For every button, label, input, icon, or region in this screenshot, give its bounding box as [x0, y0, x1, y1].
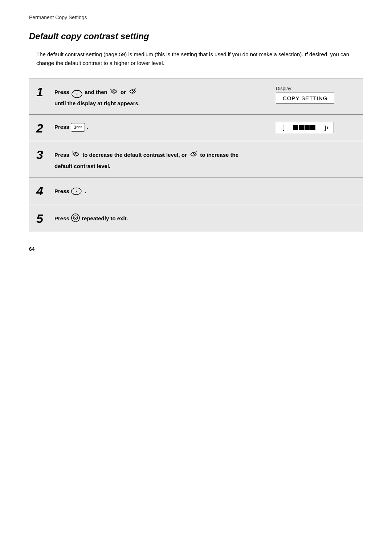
svg-point-10 [72, 214, 79, 222]
step-4: 4 Press ENTER . [29, 177, 363, 205]
svg-text:Z: Z [110, 87, 112, 90]
step4-period: . [85, 188, 86, 194]
contrast-right-bracket: ]+ [324, 125, 329, 131]
step-5: 5 Press repeatedly to exit. [29, 205, 363, 232]
intro-text: The default contrast setting (page 59) i… [36, 50, 363, 68]
step-number-1: 1 [36, 85, 54, 98]
step-1-display: Display: COPY SETTING [276, 85, 356, 104]
step-3-content: Press Z to decrease the default contrast… [54, 148, 356, 171]
step-1-content: Press MENU and then Z [54, 85, 276, 108]
step3-increase-label: to increase the [200, 152, 238, 158]
step1-press-label: Press [54, 89, 71, 95]
svg-text:ENTER: ENTER [73, 193, 79, 195]
contrast-bars [293, 125, 315, 130]
enter-button-icon: ENTER [71, 185, 83, 198]
step-3: 3 Press Z to decrease the default contra… [29, 141, 363, 177]
page-number: 64 [29, 246, 363, 252]
clear-stop-icon [71, 213, 80, 225]
svg-text:A: A [134, 87, 136, 90]
step1-then-label: and then [85, 89, 109, 95]
step3-press-label: Press [54, 152, 71, 158]
step-4-content: Press ENTER . [54, 184, 356, 198]
page-title: Default copy contrast setting [29, 31, 363, 41]
svg-text:MENU: MENU [74, 89, 80, 91]
contrast-bar-display: -[ ]+ [276, 122, 334, 133]
z-left-arrow-icon-2: Z [71, 149, 81, 162]
svg-point-1 [77, 93, 78, 94]
svg-point-8 [76, 191, 77, 192]
contrast-left-bracket: -[ [281, 125, 284, 131]
menu-button-icon: MENU [71, 88, 83, 98]
step-2-display: -[ ]+ [276, 121, 356, 133]
step-2: 2 Press 3DEF . -[ ]+ [29, 115, 363, 141]
step5-press-label: Press [54, 215, 71, 221]
display-label: Display: [276, 86, 293, 91]
step-1: 1 Press MENU and then [29, 78, 363, 115]
svg-text:A: A [195, 150, 197, 153]
step-number-3: 3 [36, 148, 54, 161]
step5-suffix: repeatedly to exit. [82, 215, 128, 221]
step-number-5: 5 [36, 212, 54, 225]
step4-press-label: Press [54, 188, 71, 194]
step2-press-label: Press [54, 124, 71, 130]
step1-or-label: or [121, 89, 127, 95]
breadcrumb: Permanent Copy Settings [29, 15, 363, 20]
steps-container: 1 Press MENU and then [29, 78, 363, 232]
a-right-arrow-icon: A [127, 86, 138, 99]
step-number-2: 2 [36, 121, 54, 134]
step3-decrease-label: to decrease the default contrast level, … [82, 152, 188, 158]
key-3-icon: 3DEF [71, 123, 85, 132]
step-5-content: Press repeatedly to exit. [54, 212, 356, 225]
step-2-content: Press 3DEF . [54, 121, 276, 132]
step2-period: . [86, 124, 88, 130]
bar-4 [310, 125, 315, 130]
bar-1 [293, 125, 298, 130]
copy-setting-display: COPY SETTING [276, 93, 334, 104]
step-number-4: 4 [36, 184, 54, 197]
bar-3 [305, 125, 310, 130]
svg-text:Z: Z [72, 150, 74, 153]
a-right-arrow-icon-2: A [188, 149, 199, 162]
bar-2 [299, 125, 304, 130]
z-left-arrow-icon: Z [109, 86, 119, 99]
